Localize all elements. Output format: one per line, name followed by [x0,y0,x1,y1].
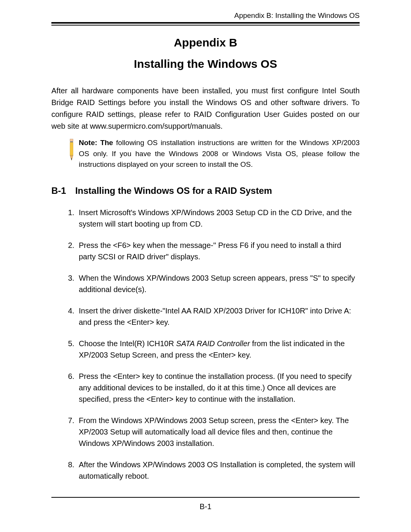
list-item: When the Windows XP/Windows 2003 Setup s… [76,272,360,295]
appendix-title: Appendix B [51,36,360,49]
list-item: Insert the driver diskette-"Intel AA RAI… [76,305,360,328]
list-item: After the Windows XP/Windows 2003 OS Ins… [76,459,360,482]
list-item: Press the <Enter> key to continue the in… [76,371,360,405]
intro-paragraph: After all hardware components have been … [51,85,360,132]
svg-rect-1 [70,141,73,142]
footer: B-1 [51,497,360,511]
page-number: B-1 [199,502,211,511]
pencil-icon [66,138,77,163]
steps-list: Insert Microsoft's Windows XP/Windows 20… [51,207,360,482]
list-item: From the Windows XP/Windows 2003 Setup s… [76,415,360,449]
title-block: Appendix B Installing the Windows OS [51,36,360,70]
note-label: Note: The [79,139,113,147]
svg-rect-2 [70,142,73,155]
appendix-subtitle: Installing the Windows OS [51,58,360,70]
note-text: Note: The following OS installation inst… [79,137,360,170]
section-title: Installing the Windows OS for a RAID Sys… [75,185,272,196]
header-double-rule [51,22,360,26]
note-body: following OS installation instructions a… [79,139,360,168]
svg-rect-0 [70,139,73,141]
running-head: Appendix B: Installing the Windows OS [51,11,360,20]
list-item: Choose the Intel(R) ICH10R SATA RAID Con… [76,338,360,361]
list-item: Insert Microsoft's Windows XP/Windows 20… [76,207,360,230]
list-item: Press the <F6> key when the message-" Pr… [76,240,360,262]
note-block: Note: The following OS installation inst… [66,137,360,170]
section-number: B-1 [51,185,66,196]
section-heading: B-1Installing the Windows OS for a RAID … [51,185,360,196]
document-page: Appendix B: Installing the Windows OS Ap… [0,0,411,526]
